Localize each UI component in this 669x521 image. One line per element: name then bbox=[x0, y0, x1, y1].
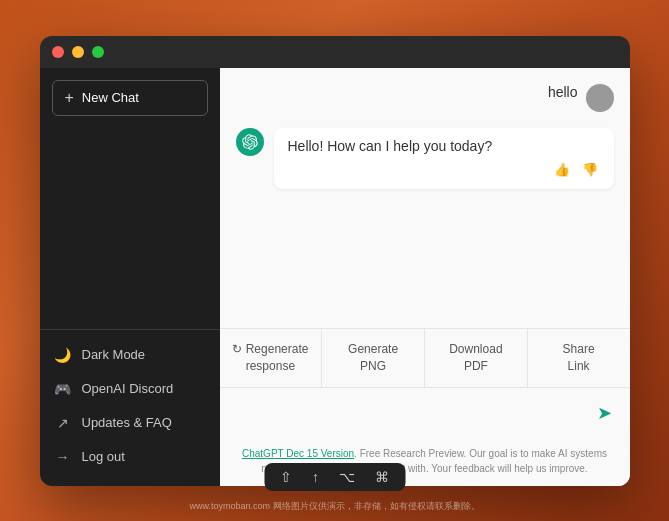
dark-mode-label: Dark Mode bbox=[82, 347, 146, 362]
sidebar-bottom: 🌙 Dark Mode 🎮 OpenAI Discord ↗ Updates &… bbox=[40, 321, 220, 486]
minimize-button[interactable] bbox=[72, 46, 84, 58]
logout-icon: → bbox=[54, 449, 72, 465]
close-button[interactable] bbox=[52, 46, 64, 58]
option-key-icon: ⌥ bbox=[339, 469, 355, 485]
chat-area: hello Hello! How can I help you today? 👍 bbox=[220, 68, 630, 486]
sidebar-item-logout[interactable]: → Log out bbox=[40, 440, 220, 474]
keyboard-shortcut-bar: ⇧ ↑ ⌥ ⌘ bbox=[264, 463, 405, 491]
title-bar bbox=[40, 36, 630, 68]
ai-message-bubble: Hello! How can I help you today? 👍 👎 bbox=[274, 128, 614, 189]
chat-input[interactable] bbox=[234, 405, 593, 421]
ai-avatar bbox=[236, 128, 264, 156]
thumbs-down-button[interactable]: 👎 bbox=[580, 160, 600, 179]
faq-icon: ↗ bbox=[54, 415, 72, 431]
shift-key-icon: ⇧ bbox=[280, 469, 292, 485]
user-message-text: hello bbox=[548, 84, 578, 112]
sidebar-item-dark-mode[interactable]: 🌙 Dark Mode bbox=[40, 338, 220, 372]
sidebar-item-faq[interactable]: ↗ Updates & FAQ bbox=[40, 406, 220, 440]
sidebar-item-discord[interactable]: 🎮 OpenAI Discord bbox=[40, 372, 220, 406]
openai-logo-icon bbox=[242, 134, 258, 150]
thumbs-up-button[interactable]: 👍 bbox=[552, 160, 572, 179]
ai-message-text: Hello! How can I help you today? bbox=[288, 138, 493, 154]
generate-png-button[interactable]: GeneratePNG bbox=[322, 329, 425, 387]
user-avatar bbox=[586, 84, 614, 112]
discord-icon: 🎮 bbox=[54, 381, 72, 397]
watermark: www.toymoban.com 网络图片仅供演示，非存储，如有侵权请联系删除。 bbox=[189, 500, 479, 513]
plus-icon: + bbox=[65, 89, 74, 107]
ai-bubble-actions: 👍 👎 bbox=[288, 160, 600, 179]
sidebar-spacer bbox=[40, 128, 220, 321]
ai-message: Hello! How can I help you today? 👍 👎 bbox=[236, 128, 614, 189]
regenerate-response-button[interactable]: ↻ Regenerateresponse bbox=[220, 329, 323, 387]
dark-mode-icon: 🌙 bbox=[54, 347, 72, 363]
main-content: + New Chat 🌙 Dark Mode 🎮 OpenAI Discord … bbox=[40, 68, 630, 486]
download-pdf-button[interactable]: DownloadPDF bbox=[425, 329, 528, 387]
up-key-icon: ↑ bbox=[312, 469, 319, 485]
footer-link[interactable]: ChatGPT Dec 15 Version bbox=[242, 448, 354, 459]
maximize-button[interactable] bbox=[92, 46, 104, 58]
sidebar: + New Chat 🌙 Dark Mode 🎮 OpenAI Discord … bbox=[40, 68, 220, 486]
main-window: + New Chat 🌙 Dark Mode 🎮 OpenAI Discord … bbox=[40, 36, 630, 486]
input-area: ➤ bbox=[220, 387, 630, 438]
share-link-button[interactable]: ShareLink bbox=[528, 329, 630, 387]
regenerate-icon: ↻ bbox=[232, 342, 245, 356]
new-chat-button[interactable]: + New Chat bbox=[52, 80, 208, 116]
user-message: hello bbox=[236, 84, 614, 112]
logout-label: Log out bbox=[82, 449, 125, 464]
discord-label: OpenAI Discord bbox=[82, 381, 174, 396]
command-key-icon: ⌘ bbox=[375, 469, 389, 485]
send-button[interactable]: ➤ bbox=[593, 398, 616, 428]
new-chat-label: New Chat bbox=[82, 90, 139, 105]
faq-label: Updates & FAQ bbox=[82, 415, 172, 430]
sidebar-divider bbox=[40, 329, 220, 330]
messages-container: hello Hello! How can I help you today? 👍 bbox=[220, 68, 630, 328]
action-buttons-row: ↻ Regenerateresponse GeneratePNG Downloa… bbox=[220, 328, 630, 387]
